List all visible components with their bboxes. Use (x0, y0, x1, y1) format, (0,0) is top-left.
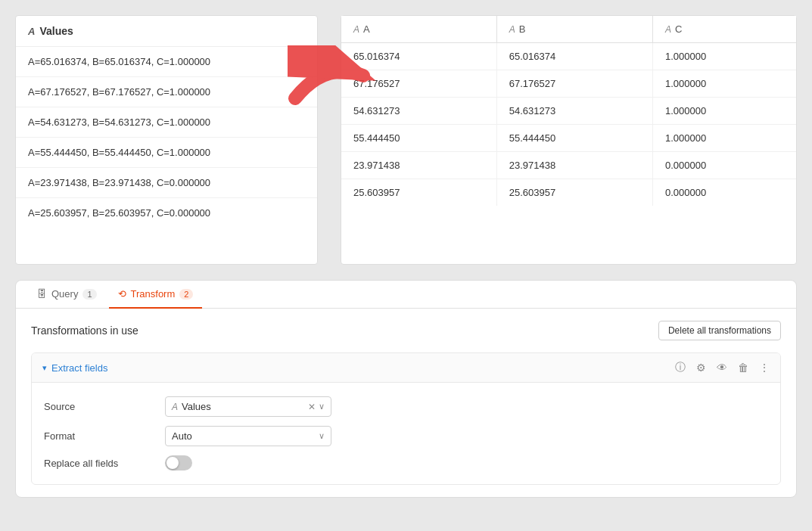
list-item: A=55.444450, B=55.444450, C=1.000000 (16, 138, 317, 168)
source-control: A Values ✕ ∨ (165, 396, 768, 417)
transformations-title: Transformations in use (31, 324, 138, 337)
arrow-decoration (288, 45, 378, 121)
source-label: Source (44, 401, 165, 412)
table-cell: 55.444450 (341, 125, 496, 152)
alpha-icon: A (28, 26, 35, 37)
table-cell: 54.631273 (496, 98, 652, 125)
extract-title: ▾ Extract fields (42, 362, 107, 374)
debug-icon[interactable]: ⚙ (696, 362, 706, 374)
table-cell: 23.971438 (341, 152, 496, 179)
table-cell: 1.000000 (653, 70, 796, 98)
transform-icon: ⟲ (118, 288, 126, 300)
tabs-bar: 🗄 Query 1 ⟲ Transform 2 (16, 281, 796, 309)
replace-all-toggle[interactable] (165, 455, 192, 470)
table-row: 65.01637465.0163741.000000 (341, 43, 796, 70)
table-cell: 65.016374 (496, 43, 652, 70)
data-table: A A A B A (341, 16, 796, 206)
chevron-down-icon[interactable]: ▾ (42, 363, 47, 373)
tab-transform[interactable]: ⟲ Transform 2 (109, 281, 203, 309)
eye-icon[interactable]: 👁 (717, 362, 727, 374)
bottom-panel: 🗄 Query 1 ⟲ Transform 2 Transformations … (15, 280, 797, 498)
table-cell: 1.000000 (653, 98, 796, 125)
source-select-actions: ✕ ∨ (308, 402, 325, 412)
list-item: A=23.971438, B=23.971438, C=0.000000 (16, 168, 317, 198)
source-row: Source A Values ✕ ∨ (44, 392, 768, 421)
table-row: 55.44445055.4444501.000000 (341, 125, 796, 152)
format-select[interactable]: Auto ∨ (165, 426, 331, 446)
table-cell: 67.176527 (496, 70, 652, 98)
extract-actions: ⓘ ⚙ 👁 🗑 ⋮ (675, 361, 770, 374)
table-cell: 25.603957 (496, 179, 652, 206)
replace-all-row: Replace all fields (44, 451, 768, 475)
format-control: Auto ∨ (165, 426, 768, 446)
table-row: 54.63127354.6312731.000000 (341, 98, 796, 125)
tab-transform-label: Transform (131, 288, 176, 300)
table-cell: 1.000000 (653, 43, 796, 70)
format-label: Format (44, 430, 165, 442)
format-row: Format Auto ∨ (44, 421, 768, 451)
col-header-c: A C (653, 16, 796, 43)
source-select[interactable]: A Values ✕ ∨ (165, 396, 331, 417)
table-row: 23.97143823.9714380.000000 (341, 152, 796, 179)
col-type-icon-a: A (353, 24, 359, 35)
tab-query-label: Query (51, 288, 78, 300)
replace-all-control (165, 455, 768, 470)
table-cell: 25.603957 (341, 179, 496, 206)
replace-all-label: Replace all fields (44, 458, 165, 469)
left-panel-title: Values (39, 25, 73, 37)
col-header-a: A A (341, 16, 496, 43)
panel-content: Transformations in use Delete all transf… (16, 309, 796, 497)
extract-body: Source A Values ✕ ∨ (32, 383, 780, 484)
table-cell: 0.000000 (653, 179, 796, 206)
table-row: 67.17652767.1765271.000000 (341, 70, 796, 98)
format-select-text: Auto (172, 430, 192, 442)
list-item: A=54.631273, B=54.631273, C=1.000000 (16, 107, 317, 138)
format-dropdown-icon: ∨ (319, 431, 325, 441)
source-select-value: A Values (172, 401, 303, 412)
table-cell: 55.444450 (496, 125, 652, 152)
list-item: A=25.603957, B=25.603957, C=0.000000 (16, 198, 317, 228)
list-item: A=67.176527, B=67.176527, C=1.000000 (16, 77, 317, 107)
tab-query[interactable]: 🗄 Query 1 (28, 281, 106, 309)
clear-icon[interactable]: ✕ (308, 402, 316, 412)
more-icon[interactable]: ⋮ (759, 362, 770, 374)
col-type-icon-b: A (509, 24, 515, 35)
toggle-knob (166, 457, 179, 469)
extract-title-label: Extract fields (51, 362, 107, 374)
table-cell: 1.000000 (653, 125, 796, 152)
delete-all-button[interactable]: Delete all transformations (658, 321, 781, 340)
info-icon[interactable]: ⓘ (675, 361, 686, 374)
source-alpha-icon: A (172, 402, 178, 412)
left-panel-header: A Values (16, 16, 317, 47)
col-header-b: A B (496, 16, 652, 43)
tab-query-badge: 1 (82, 289, 96, 300)
table-cell: 23.971438 (496, 152, 652, 179)
left-panel: A Values A=65.016374, B=65.016374, C=1.0… (15, 15, 318, 265)
table-cell: 0.000000 (653, 152, 796, 179)
extract-section: ▾ Extract fields ⓘ ⚙ 👁 🗑 ⋮ Source (31, 352, 781, 485)
database-icon: 🗄 (37, 288, 47, 300)
source-select-text: Values (182, 401, 211, 412)
trash-icon[interactable]: 🗑 (738, 362, 748, 374)
list-item: A=65.016374, B=65.016374, C=1.000000 (16, 47, 317, 77)
col-type-icon-c: A (665, 24, 671, 35)
extract-header: ▾ Extract fields ⓘ ⚙ 👁 🗑 ⋮ (32, 353, 780, 383)
tab-transform-badge: 2 (179, 289, 193, 300)
transformations-header: Transformations in use Delete all transf… (31, 321, 781, 340)
dropdown-icon[interactable]: ∨ (319, 402, 325, 411)
right-panel: A A A B A (341, 15, 797, 265)
table-row: 25.60395725.6039570.000000 (341, 179, 796, 206)
